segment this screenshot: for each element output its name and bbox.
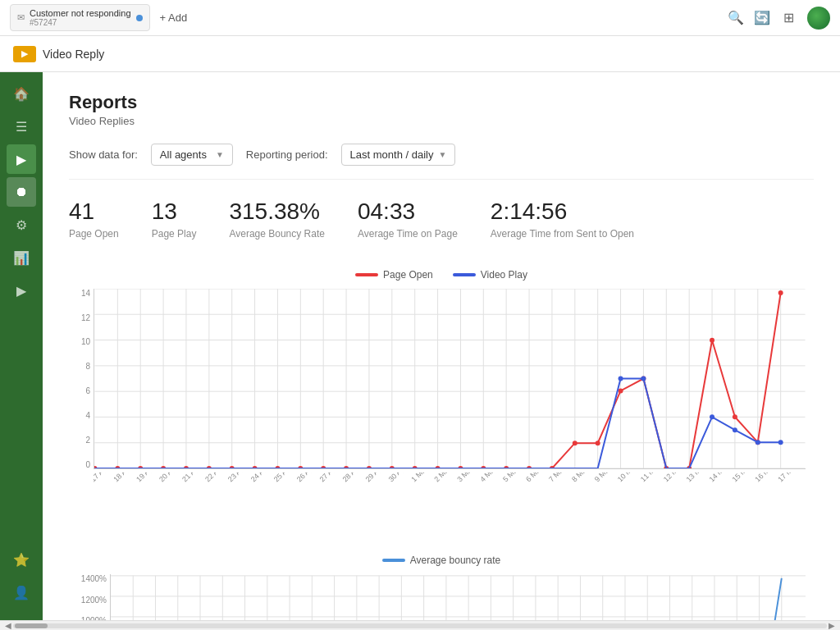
chart2-wrapper: 1400% 1200% 1000% 800% 600% 400% 200% [110, 574, 806, 620]
svg-text:20 April: 20 April [158, 472, 180, 483]
svg-text:1 May: 1 May [409, 472, 430, 483]
chart2-area: Average bouncy rate 1400% 1200% 1000% 80… [69, 555, 814, 620]
svg-text:8 May: 8 May [570, 472, 591, 483]
agent-chevron-icon: ▼ [216, 150, 224, 159]
svg-text:21 April: 21 April [180, 472, 203, 483]
tab-indicator [136, 15, 143, 21]
stat-time-on-page: 04:33 Average Time on Page [358, 199, 458, 240]
sidebar-item-settings[interactable]: ⚙ [7, 210, 36, 240]
chart1-legend: Page Open Video Play [69, 269, 814, 281]
sidebar: 🏠 ☰ ▶ ⏺ ⚙ 📊 ▶ ⭐ 👤 [0, 72, 43, 620]
scroll-left-arrow[interactable]: ◀ [3, 621, 13, 630]
svg-text:23 April: 23 April [226, 472, 249, 483]
sidebar-item-profile[interactable]: 👤 [7, 578, 36, 607]
sidebar-item-tickets[interactable]: ☰ [7, 112, 36, 141]
sidebar-bottom: ⭐ 👤 [7, 545, 36, 614]
sidebar-item-record[interactable]: ⏺ [7, 177, 36, 207]
svg-text:3 May: 3 May [455, 472, 476, 483]
tab-title: Customer not responding [30, 8, 131, 18]
agent-select[interactable]: All agents ▼ [151, 144, 233, 166]
svg-text:17 April: 17 April [94, 472, 112, 483]
stat-label-time-sent-open: Average Time from Sent to Open [491, 228, 634, 240]
svg-text:13 May: 13 May [685, 472, 708, 483]
stat-label-time-on-page: Average Time on Page [358, 228, 458, 240]
sidebar-item-home[interactable]: 🏠 [7, 79, 36, 108]
svg-text:9 May: 9 May [593, 472, 614, 483]
svg-point-72 [733, 427, 737, 432]
svg-text:16 May: 16 May [753, 472, 776, 483]
main-layout: 🏠 ☰ ▶ ⏺ ⚙ 📊 ▶ ⭐ 👤 Reports Video Replies … [0, 72, 840, 620]
topbar: ✉ Customer not responding #57247 + Add 🔍… [0, 0, 840, 36]
chart1-wrapper: 14 12 10 8 6 4 2 0 [94, 289, 806, 514]
stat-label-bounce-rate: Average Bouncy Rate [229, 228, 325, 240]
svg-point-73 [756, 440, 760, 445]
scroll-track[interactable] [13, 623, 827, 628]
horizontal-scrollbar[interactable]: ◀ ▶ [0, 620, 840, 630]
legend-bouncy-rate: Average bouncy rate [382, 555, 501, 566]
svg-text:30 April: 30 April [387, 472, 410, 483]
svg-text:5 May: 5 May [501, 472, 522, 483]
sidebar-item-play2[interactable]: ▶ [7, 276, 36, 305]
svg-text:17 May: 17 May [776, 472, 799, 483]
topbar-actions: 🔍 🔄 ⊞ [728, 7, 830, 30]
sidebar-item-star[interactable]: ⭐ [7, 545, 36, 574]
search-icon[interactable]: 🔍 [728, 11, 743, 25]
show-data-label: Show data for: [69, 148, 138, 161]
tab-icon: ✉ [17, 12, 25, 23]
sidebar-item-video[interactable]: ▶ [7, 144, 36, 174]
video-reply-icon: ▶ [13, 46, 36, 62]
svg-text:11 May: 11 May [639, 472, 662, 483]
svg-text:25 April: 25 April [272, 472, 295, 483]
chart1-xaxis-svg: 17 April 18 April 19 April 20 April 21 A… [94, 472, 806, 514]
stat-label-page-open: Page Open [69, 228, 119, 240]
svg-text:6 May: 6 May [524, 472, 545, 483]
period-select[interactable]: Last month / daily ▼ [341, 144, 456, 166]
chart2-svg [110, 574, 806, 620]
stat-label-page-play: Page Play [152, 228, 197, 240]
svg-text:24 April: 24 April [249, 472, 272, 483]
subbar-title: Video Reply [43, 48, 104, 61]
tab-id: #57247 [30, 18, 131, 27]
svg-point-68 [778, 290, 783, 295]
svg-text:15 May: 15 May [731, 472, 754, 483]
filters-row: Show data for: All agents ▼ Reporting pe… [69, 144, 814, 180]
svg-point-70 [641, 376, 646, 381]
stat-value-time-on-page: 04:33 [358, 199, 458, 225]
legend-video-play: Video Play [453, 269, 527, 281]
svg-text:19 April: 19 April [135, 472, 158, 483]
add-button[interactable]: + Add [160, 11, 188, 24]
chart1-yaxis: 14 12 10 8 6 4 2 0 [71, 289, 90, 469]
avatar[interactable] [807, 7, 830, 30]
scroll-right-arrow[interactable]: ▶ [827, 621, 837, 630]
svg-text:10 May: 10 May [616, 472, 639, 483]
stat-page-open: 41 Page Open [69, 199, 119, 240]
svg-text:28 April: 28 April [341, 472, 364, 483]
page-subtitle: Video Replies [69, 115, 814, 127]
page-title: Reports [69, 92, 814, 113]
chart1-area: Page Open Video Play 14 12 10 8 6 4 2 0 [69, 269, 814, 514]
legend-label-page-open: Page Open [383, 269, 433, 281]
svg-point-66 [733, 414, 737, 419]
svg-point-71 [710, 414, 714, 419]
stat-value-bounce-rate: 315.38% [229, 199, 325, 225]
svg-point-74 [778, 440, 783, 445]
scroll-thumb[interactable] [15, 623, 48, 628]
subbar: ▶ Video Reply [0, 36, 840, 72]
chart2-legend: Average bouncy rate [69, 555, 814, 566]
legend-label-bouncy: Average bouncy rate [410, 555, 501, 566]
chart2-yaxis: 1400% 1200% 1000% 800% 600% 400% 200% [69, 574, 107, 620]
active-tab[interactable]: ✉ Customer not responding #57247 [10, 4, 150, 31]
sidebar-item-reports[interactable]: 📊 [7, 243, 36, 272]
svg-point-59 [573, 441, 578, 445]
refresh-icon[interactable]: 🔄 [755, 11, 769, 25]
svg-text:27 April: 27 April [318, 472, 341, 483]
svg-text:29 April: 29 April [364, 472, 387, 483]
stat-value-page-play: 13 [152, 199, 197, 225]
stats-row: 41 Page Open 13 Page Play 315.38% Averag… [69, 199, 814, 256]
stat-bounce-rate: 315.38% Average Bouncy Rate [229, 199, 325, 240]
period-value: Last month / daily [350, 148, 434, 161]
grid-icon[interactable]: ⊞ [781, 11, 796, 25]
svg-text:4 May: 4 May [478, 472, 499, 483]
svg-point-65 [710, 338, 714, 343]
svg-text:22 April: 22 April [203, 472, 226, 483]
